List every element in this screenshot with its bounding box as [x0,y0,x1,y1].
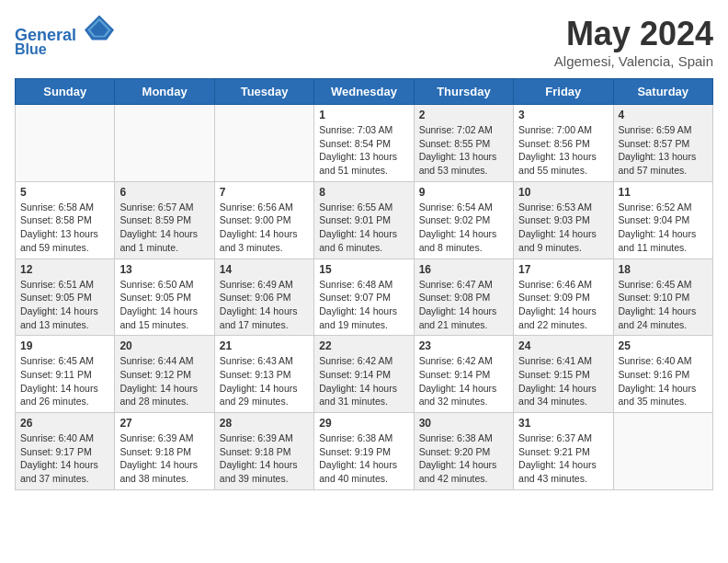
day-number: 13 [119,263,209,276]
day-number: 3 [518,109,608,121]
day-info: Sunrise: 6:50 AM Sunset: 9:05 PM Dayligh… [119,278,209,332]
page-header: General Blue May 2024 Algemesi, Valencia… [15,15,713,69]
calendar-cell: 4Sunrise: 6:59 AM Sunset: 8:57 PM Daylig… [613,105,712,182]
day-info: Sunrise: 6:39 AM Sunset: 9:18 PM Dayligh… [220,431,309,486]
day-number: 25 [619,339,708,352]
day-number: 20 [119,339,209,352]
calendar-week-5: 26Sunrise: 6:40 AM Sunset: 9:17 PM Dayli… [16,413,713,490]
day-number: 24 [518,339,608,352]
calendar-cell: 3Sunrise: 7:00 AM Sunset: 8:56 PM Daylig… [514,105,613,182]
calendar-cell: 27Sunrise: 6:39 AM Sunset: 9:18 PM Dayli… [115,413,214,490]
day-info: Sunrise: 6:52 AM Sunset: 9:04 PM Dayligh… [619,201,708,255]
day-number: 22 [319,339,408,352]
day-info: Sunrise: 6:37 AM Sunset: 9:21 PM Dayligh… [518,431,608,486]
day-number: 6 [119,186,209,199]
calendar-cell: 31Sunrise: 6:37 AM Sunset: 9:21 PM Dayli… [514,413,613,490]
calendar-cell: 26Sunrise: 6:40 AM Sunset: 9:17 PM Dayli… [16,413,115,490]
day-number: 15 [319,263,408,276]
calendar-cell: 5Sunrise: 6:58 AM Sunset: 8:58 PM Daylig… [16,181,115,259]
calendar-cell: 20Sunrise: 6:44 AM Sunset: 9:12 PM Dayli… [115,336,214,413]
day-info: Sunrise: 6:39 AM Sunset: 9:18 PM Dayligh… [119,431,209,486]
day-info: Sunrise: 6:45 AM Sunset: 9:11 PM Dayligh… [20,354,109,408]
day-info: Sunrise: 6:43 AM Sunset: 9:13 PM Dayligh… [220,354,309,408]
day-number: 2 [419,109,508,121]
calendar-cell: 18Sunrise: 6:45 AM Sunset: 9:10 PM Dayli… [613,259,712,336]
day-info: Sunrise: 6:51 AM Sunset: 9:05 PM Dayligh… [20,278,109,332]
day-info: Sunrise: 6:45 AM Sunset: 9:10 PM Dayligh… [619,278,708,332]
calendar-week-3: 12Sunrise: 6:51 AM Sunset: 9:05 PM Dayli… [16,259,713,336]
logo: General Blue [15,15,114,57]
calendar-cell: 24Sunrise: 6:41 AM Sunset: 9:15 PM Dayli… [514,336,613,413]
calendar-cell [613,413,712,490]
location: Algemesi, Valencia, Spain [554,53,713,69]
calendar-cell: 22Sunrise: 6:42 AM Sunset: 9:14 PM Dayli… [314,336,414,413]
day-info: Sunrise: 6:48 AM Sunset: 9:07 PM Dayligh… [319,278,408,332]
calendar-cell: 25Sunrise: 6:40 AM Sunset: 9:16 PM Dayli… [613,336,712,413]
calendar-cell: 21Sunrise: 6:43 AM Sunset: 9:13 PM Dayli… [214,336,313,413]
day-number: 30 [419,417,508,430]
calendar-cell [115,105,214,182]
calendar-cell: 9Sunrise: 6:54 AM Sunset: 9:02 PM Daylig… [414,181,513,259]
day-number: 14 [220,263,309,276]
day-info: Sunrise: 6:40 AM Sunset: 9:16 PM Dayligh… [619,354,708,408]
day-info: Sunrise: 6:47 AM Sunset: 9:08 PM Dayligh… [419,278,508,332]
logo-text: General [15,15,114,45]
day-number: 10 [518,186,608,199]
day-number: 16 [419,263,508,276]
day-number: 4 [619,109,708,121]
logo-icon [85,15,114,40]
day-number: 5 [20,186,109,199]
calendar-cell: 13Sunrise: 6:50 AM Sunset: 9:05 PM Dayli… [115,259,214,336]
calendar-cell: 16Sunrise: 6:47 AM Sunset: 9:08 PM Dayli… [414,259,513,336]
weekday-header-row: SundayMondayTuesdayWednesdayThursdayFrid… [16,79,713,105]
day-info: Sunrise: 6:42 AM Sunset: 9:14 PM Dayligh… [319,354,408,408]
day-number: 1 [319,109,408,121]
day-number: 17 [518,263,608,276]
day-info: Sunrise: 6:46 AM Sunset: 9:09 PM Dayligh… [518,278,608,332]
calendar-cell: 12Sunrise: 6:51 AM Sunset: 9:05 PM Dayli… [16,259,115,336]
day-number: 21 [220,339,309,352]
calendar-cell: 11Sunrise: 6:52 AM Sunset: 9:04 PM Dayli… [613,181,712,259]
day-info: Sunrise: 6:59 AM Sunset: 8:57 PM Dayligh… [619,123,708,178]
day-number: 23 [419,339,508,352]
day-number: 18 [619,263,708,276]
calendar-cell [16,105,115,182]
day-info: Sunrise: 7:02 AM Sunset: 8:55 PM Dayligh… [419,123,508,178]
weekday-header-monday: Monday [115,79,214,105]
day-number: 26 [20,417,109,430]
day-info: Sunrise: 6:49 AM Sunset: 9:06 PM Dayligh… [220,278,309,332]
calendar-cell [214,105,313,182]
weekday-header-thursday: Thursday [414,79,513,105]
day-info: Sunrise: 6:44 AM Sunset: 9:12 PM Dayligh… [119,354,209,408]
day-info: Sunrise: 6:56 AM Sunset: 9:00 PM Dayligh… [220,201,309,255]
day-info: Sunrise: 6:57 AM Sunset: 8:59 PM Dayligh… [119,201,209,255]
calendar-week-2: 5Sunrise: 6:58 AM Sunset: 8:58 PM Daylig… [16,181,713,259]
weekday-header-friday: Friday [514,79,613,105]
day-number: 9 [419,186,508,199]
day-info: Sunrise: 7:03 AM Sunset: 8:54 PM Dayligh… [319,123,408,178]
day-number: 29 [319,417,408,430]
title-block: May 2024 Algemesi, Valencia, Spain [554,15,713,69]
day-number: 12 [20,263,109,276]
day-number: 8 [319,186,408,199]
day-info: Sunrise: 6:53 AM Sunset: 9:03 PM Dayligh… [518,201,608,255]
day-number: 11 [619,186,708,199]
day-info: Sunrise: 7:00 AM Sunset: 8:56 PM Dayligh… [518,123,608,178]
day-info: Sunrise: 6:41 AM Sunset: 9:15 PM Dayligh… [518,354,608,408]
calendar-cell: 29Sunrise: 6:38 AM Sunset: 9:19 PM Dayli… [314,413,414,490]
calendar-cell: 7Sunrise: 6:56 AM Sunset: 9:00 PM Daylig… [214,181,313,259]
calendar-cell: 19Sunrise: 6:45 AM Sunset: 9:11 PM Dayli… [16,336,115,413]
month-title: May 2024 [554,15,713,53]
day-info: Sunrise: 6:58 AM Sunset: 8:58 PM Dayligh… [20,201,109,255]
calendar-cell: 2Sunrise: 7:02 AM Sunset: 8:55 PM Daylig… [414,105,513,182]
calendar-cell: 15Sunrise: 6:48 AM Sunset: 9:07 PM Dayli… [314,259,414,336]
calendar-cell: 28Sunrise: 6:39 AM Sunset: 9:18 PM Dayli… [214,413,313,490]
calendar-cell: 23Sunrise: 6:42 AM Sunset: 9:14 PM Dayli… [414,336,513,413]
weekday-header-sunday: Sunday [16,79,115,105]
weekday-header-saturday: Saturday [613,79,712,105]
calendar-cell: 30Sunrise: 6:38 AM Sunset: 9:20 PM Dayli… [414,413,513,490]
calendar-cell: 6Sunrise: 6:57 AM Sunset: 8:59 PM Daylig… [115,181,214,259]
day-number: 27 [119,417,209,430]
day-info: Sunrise: 6:38 AM Sunset: 9:19 PM Dayligh… [319,431,408,486]
day-info: Sunrise: 6:54 AM Sunset: 9:02 PM Dayligh… [419,201,508,255]
